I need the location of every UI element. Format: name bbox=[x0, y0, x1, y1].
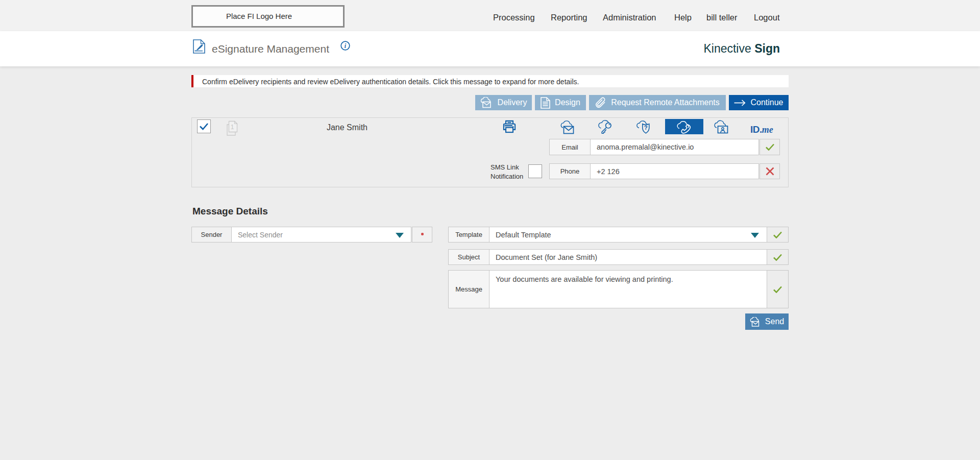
svg-text:1: 1 bbox=[231, 124, 234, 131]
svg-text:i: i bbox=[345, 42, 347, 50]
svg-text:?: ? bbox=[644, 125, 648, 131]
svg-text:x: x bbox=[194, 49, 197, 52]
